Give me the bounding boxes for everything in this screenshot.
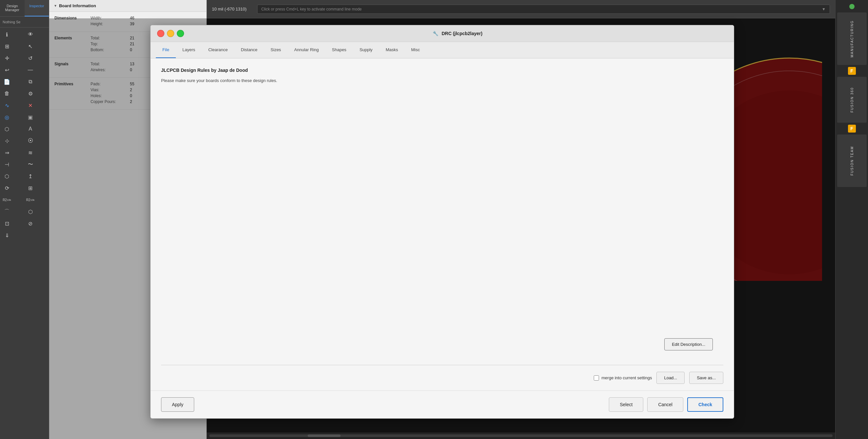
green-indicator — [849, 4, 855, 9]
apply-button[interactable]: Apply — [161, 397, 194, 412]
tag-icon[interactable]: ⊘ — [25, 218, 36, 229]
traffic-lights — [157, 30, 184, 37]
tab-annular-ring[interactable]: Annular Ring — [288, 42, 326, 58]
dialog-spacer — [161, 83, 723, 333]
route-icon[interactable]: ⇒ — [1, 147, 12, 158]
fusion-team-icon[interactable]: F — [848, 125, 856, 132]
junction-icon[interactable]: ⦿ — [25, 135, 36, 146]
nothing-selected-label: Nothing Se — [0, 17, 49, 28]
tab-file[interactable]: File — [156, 42, 176, 58]
snap-icon[interactable]: ⊡ — [1, 218, 12, 229]
eye-icon[interactable]: 👁 — [25, 29, 36, 40]
polygon-icon[interactable]: ⬡ — [1, 123, 12, 134]
load-button[interactable]: Load... — [656, 372, 685, 384]
tab-masks[interactable]: Masks — [379, 42, 405, 58]
drc-icon-title: 🔧 — [433, 31, 438, 36]
status-text: 10 mil (-670 1310) — [207, 6, 252, 11]
dialog-tabs: File Layers Clearance Distance Sizes Ann… — [151, 42, 734, 58]
settings-icon[interactable]: ⚙ — [25, 88, 36, 99]
wave-icon[interactable]: 〜 — [25, 159, 36, 170]
fusion360-icon[interactable]: F — [848, 67, 856, 75]
tool-icons-section: ℹ 👁 ⊞ ↖ ✛ ↺ ↩ — 📄 ⧉ 🗑 ⚙ ∿ ✕ ◎ ▣ ⬡ A ⊹ ⦿ … — [0, 28, 49, 242]
cursor-icon[interactable]: ↖ — [25, 41, 36, 52]
expand-icon[interactable]: ⇓ — [1, 230, 12, 241]
right-sidebar: MANUFACTURING F FUSION 360 F FUSION TEAM — [835, 0, 868, 439]
arc-icon[interactable]: ⌒ — [1, 206, 12, 217]
rotate-icon[interactable]: ↺ — [25, 53, 36, 64]
action-left: Apply — [161, 397, 194, 412]
sidebar-tab-manufacturing[interactable]: MANUFACTURING — [837, 12, 867, 65]
delete-icon[interactable]: 🗑 — [1, 88, 12, 99]
toolbar-tabs: Design Manager Inspector — [0, 0, 49, 17]
save-as-button[interactable]: Save as... — [689, 372, 723, 384]
close-button[interactable] — [157, 30, 164, 37]
minimize-button[interactable] — [167, 30, 174, 37]
connect-icon[interactable]: ⊹ — [1, 135, 12, 146]
tab-misc[interactable]: Misc — [404, 42, 427, 58]
tab-supply[interactable]: Supply — [353, 42, 379, 58]
drc-dialog: 🔧 DRC (jlcpcb2layer) File Layers Clearan… — [150, 25, 734, 419]
sidebar-tab-fusion360[interactable]: FUSION 360 — [837, 77, 867, 123]
wire-icon[interactable]: ∿ — [1, 100, 12, 111]
modal-overlay: 🔧 DRC (jlcpcb2layer) File Layers Clearan… — [49, 19, 835, 439]
dialog-actions: Apply Select Cancel Check — [151, 390, 734, 418]
merge-label[interactable]: merge into current settings — [594, 375, 652, 381]
select-button[interactable]: Select — [609, 397, 643, 412]
dialog-title: 🔧 DRC (jlcpcb2layer) — [188, 31, 727, 36]
dialog-titlebar: 🔧 DRC (jlcpcb2layer) — [151, 25, 734, 42]
sidebar-tab-fusion-team[interactable]: FUSION TEAM — [837, 134, 867, 187]
edit-description-row: Edit Description... — [161, 333, 723, 356]
action-right: Select Cancel Check — [609, 397, 723, 412]
copy-icon[interactable]: ⧉ — [25, 76, 36, 87]
refresh-icon[interactable]: ⟳ — [1, 182, 12, 194]
command-placeholder: Click or press Cmd+L key to activate com… — [261, 7, 362, 11]
dialog-content: JLCPCB Design Rules by Jaap de Dood Plea… — [151, 58, 734, 365]
top-bar: 10 mil (-670 1310) Click or press Cmd+L … — [207, 0, 835, 19]
move-icon[interactable]: ✛ — [1, 53, 12, 64]
left-toolbar: Design Manager Inspector Nothing Se ℹ 👁 … — [0, 0, 49, 439]
pin-icon[interactable]: ↥ — [25, 170, 36, 182]
tab-clearance[interactable]: Clearance — [202, 42, 234, 58]
command-dropdown-icon[interactable]: ▼ — [822, 7, 826, 11]
r1-icon[interactable]: R210k — [1, 194, 12, 206]
grid2-icon[interactable]: ⊞ — [25, 182, 36, 194]
app-container: Design Manager Inspector Nothing Se ℹ 👁 … — [0, 0, 868, 439]
maximize-button[interactable] — [177, 30, 184, 37]
merge-row: merge into current settings Load... Save… — [161, 372, 723, 384]
dash-icon[interactable]: — — [25, 64, 36, 75]
pad-icon[interactable]: ▣ — [25, 112, 36, 123]
text-icon[interactable]: A — [25, 123, 36, 134]
tab-shapes[interactable]: Shapes — [326, 42, 353, 58]
component-icon[interactable]: ⬡ — [1, 170, 12, 182]
tab-distance[interactable]: Distance — [234, 42, 264, 58]
merge-label-text: merge into current settings — [601, 375, 652, 380]
board-info-title: ▼ Board Information — [54, 3, 202, 8]
info-icon[interactable]: ℹ — [1, 29, 12, 40]
drc-icon[interactable]: ≋ — [25, 147, 36, 158]
add-icon[interactable]: 📄 — [1, 76, 12, 87]
grid-icon[interactable]: ⊞ — [1, 41, 12, 52]
via-icon[interactable]: ◎ — [1, 112, 12, 123]
dialog-footer: merge into current settings Load... Save… — [151, 365, 734, 390]
measure-icon[interactable]: ⊣ — [1, 159, 12, 170]
merge-checkbox[interactable] — [594, 375, 599, 381]
dialog-title-text: DRC (jlcpcb2layer) — [441, 31, 482, 36]
board-info-label: Board Information — [59, 3, 96, 8]
tab-design-manager[interactable]: Design Manager — [0, 0, 25, 17]
place-icon[interactable]: ⬡ — [25, 206, 36, 217]
cancel-button[interactable]: Cancel — [647, 397, 683, 412]
command-bar[interactable]: Click or press Cmd+L key to activate com… — [257, 5, 830, 14]
tab-sizes[interactable]: Sizes — [264, 42, 288, 58]
dialog-content-heading: JLCPCB Design Rules by Jaap de Dood — [161, 68, 723, 73]
undo-icon[interactable]: ↩ — [1, 64, 12, 75]
collapse-arrow-icon[interactable]: ▼ — [54, 4, 57, 7]
net-icon[interactable]: ✕ — [25, 100, 36, 111]
check-button[interactable]: Check — [687, 397, 723, 412]
r2-icon[interactable]: R210k — [25, 194, 36, 206]
edit-description-button[interactable]: Edit Description... — [664, 338, 713, 350]
tab-layers[interactable]: Layers — [176, 42, 202, 58]
tab-inspector[interactable]: Inspector — [25, 0, 49, 17]
inspector-header: ▼ Board Information — [49, 0, 206, 12]
dialog-content-body: Please make sure your boards conform to … — [161, 78, 723, 83]
